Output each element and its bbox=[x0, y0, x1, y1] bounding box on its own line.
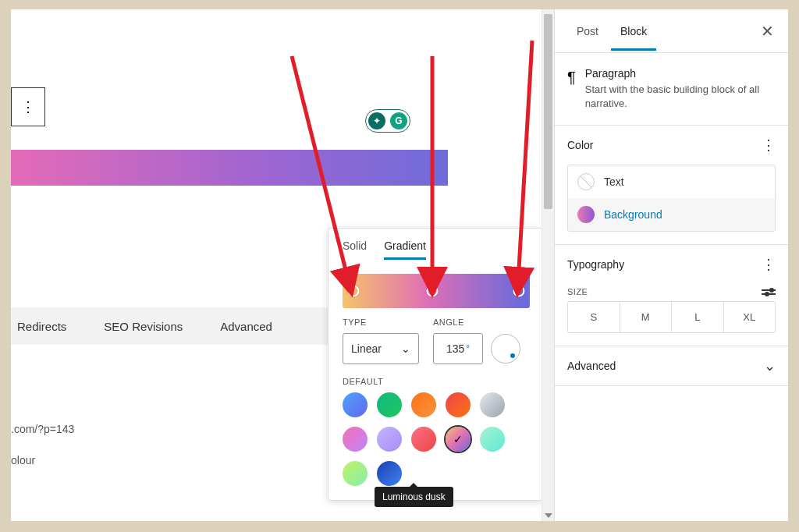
permalink-text: .com/?p=143 bbox=[11, 423, 74, 435]
editor-main: ⋮ ✦ G Redirects SEO Revisions Advanced .… bbox=[11, 9, 542, 521]
gradient-type-select[interactable]: Linear ⌄ bbox=[343, 333, 419, 364]
gradient-swatch[interactable] bbox=[411, 392, 436, 417]
typography-panel-header[interactable]: Typography ⋮ bbox=[555, 245, 788, 284]
gradient-swatch[interactable] bbox=[377, 461, 402, 486]
size-s[interactable]: S bbox=[568, 302, 620, 332]
tab-seo-revisions[interactable]: SEO Revisions bbox=[104, 320, 183, 333]
bulb-icon: ✦ bbox=[368, 112, 385, 129]
size-options: S M L XL bbox=[567, 301, 776, 333]
gradient-swatch[interactable] bbox=[343, 427, 368, 452]
ellipsis-vertical-icon[interactable]: ⋮ bbox=[762, 256, 776, 273]
svg-line-0 bbox=[292, 56, 349, 282]
sidebar-tab-block[interactable]: Block bbox=[609, 12, 658, 50]
annotation-arrow-2 bbox=[417, 48, 448, 306]
close-sidebar-button[interactable]: ✕ bbox=[758, 20, 777, 42]
gradient-swatch[interactable] bbox=[480, 427, 505, 452]
gradient-controls: TYPE Linear ⌄ ANGLE 135 ° bbox=[328, 308, 542, 364]
text-color-swatch bbox=[577, 173, 595, 190]
block-info: ¶ Paragraph Start with the basic buildin… bbox=[555, 53, 788, 126]
sidebar-tabs: Post Block ✕ bbox=[555, 9, 788, 53]
grammarly-icon: G bbox=[390, 112, 407, 129]
default-label: DEFAULT bbox=[328, 364, 542, 392]
type-label: TYPE bbox=[343, 317, 419, 327]
scrollbar-arrow-down-icon[interactable] bbox=[545, 513, 552, 518]
gradient-swatch[interactable] bbox=[343, 461, 368, 486]
gradient-swatch-grid bbox=[328, 392, 542, 500]
size-xl[interactable]: XL bbox=[724, 302, 776, 332]
size-l[interactable]: L bbox=[672, 302, 724, 332]
size-m[interactable]: M bbox=[620, 302, 673, 332]
paragraph-icon: ¶ bbox=[567, 67, 576, 111]
background-color-swatch bbox=[577, 206, 595, 223]
gradient-swatch[interactable] bbox=[446, 392, 471, 417]
app-frame: ⋮ ✦ G Redirects SEO Revisions Advanced .… bbox=[11, 9, 788, 521]
ellipsis-vertical-icon[interactable]: ⋮ bbox=[762, 137, 776, 154]
tab-advanced[interactable]: Advanced bbox=[220, 320, 272, 333]
grammarly-pill[interactable]: ✦ G bbox=[365, 109, 410, 133]
gradient-swatch[interactable] bbox=[480, 392, 505, 417]
colour-text: olour bbox=[11, 454, 35, 466]
svg-line-2 bbox=[518, 41, 532, 282]
color-panel-header[interactable]: Color ⋮ bbox=[555, 126, 788, 165]
gradient-swatch[interactable] bbox=[411, 427, 436, 452]
annotation-arrow-1 bbox=[272, 48, 366, 306]
angle-label: ANGLE bbox=[433, 317, 520, 327]
color-panel: Color ⋮ Text Background bbox=[555, 126, 788, 245]
settings-sidebar: Post Block ✕ ¶ Paragraph Start with the … bbox=[554, 9, 788, 521]
block-desc: Start with the basic building block of a… bbox=[585, 83, 776, 111]
gradient-swatch-luminous-dusk[interactable] bbox=[446, 427, 471, 452]
color-list: Text Background bbox=[567, 165, 776, 232]
gradient-swatch[interactable] bbox=[343, 392, 368, 417]
chevron-down-icon: ⌄ bbox=[764, 357, 776, 374]
size-label: SIZE bbox=[567, 287, 588, 296]
color-row-text[interactable]: Text bbox=[568, 165, 775, 198]
block-title: Paragraph bbox=[585, 67, 776, 80]
advanced-panel: Advanced ⌄ bbox=[555, 346, 788, 386]
typography-panel: Typography ⋮ SIZE S M L XL bbox=[555, 245, 788, 346]
scrollbar-thumb[interactable] bbox=[544, 14, 552, 209]
chevron-down-icon: ⌄ bbox=[401, 342, 410, 355]
color-row-background[interactable]: Background bbox=[568, 198, 775, 231]
block-options-button[interactable]: ⋮ bbox=[11, 87, 45, 126]
annotation-arrow-3 bbox=[487, 33, 542, 306]
gradient-swatch[interactable] bbox=[377, 427, 402, 452]
scrollbar[interactable] bbox=[542, 9, 554, 521]
sidebar-tab-post[interactable]: Post bbox=[566, 12, 609, 50]
advanced-panel-header[interactable]: Advanced ⌄ bbox=[555, 346, 788, 385]
tab-redirects[interactable]: Redirects bbox=[17, 320, 66, 333]
ellipsis-vertical-icon: ⋮ bbox=[21, 98, 35, 115]
angle-input[interactable]: 135 ° bbox=[433, 333, 483, 364]
angle-dial[interactable] bbox=[491, 334, 520, 364]
gradient-swatch[interactable] bbox=[377, 392, 402, 417]
swatch-tooltip: Luminous dusk bbox=[375, 487, 453, 507]
sliders-icon[interactable] bbox=[762, 289, 776, 295]
paragraph-block-gradient[interactable] bbox=[11, 150, 448, 186]
